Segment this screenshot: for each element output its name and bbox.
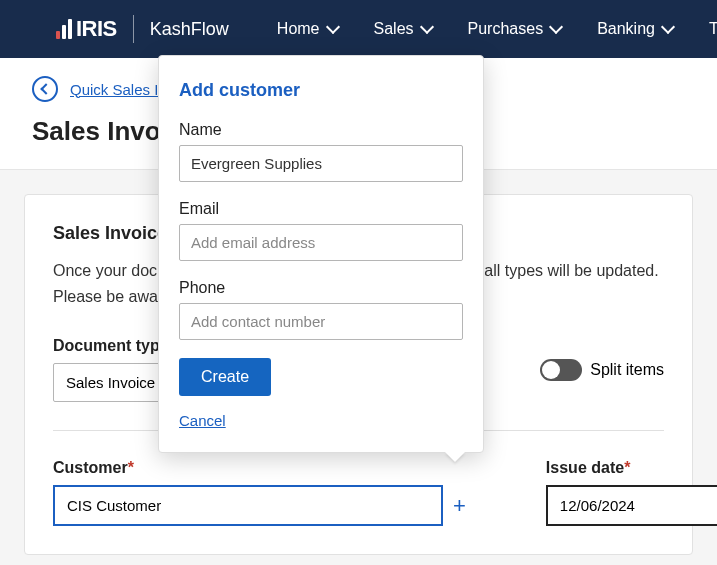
customer-value: CIS Customer xyxy=(67,497,161,514)
nav-label-purchases: Purchases xyxy=(468,20,544,38)
nav-item-sales[interactable]: Sales xyxy=(374,20,432,38)
popover-phone-label: Phone xyxy=(179,279,463,297)
popover-phone-field: Phone xyxy=(179,279,463,340)
split-items-label: Split items xyxy=(590,361,664,379)
create-button[interactable]: Create xyxy=(179,358,271,396)
popover-email-label: Email xyxy=(179,200,463,218)
phone-input[interactable] xyxy=(179,303,463,340)
popover-title: Add customer xyxy=(179,80,463,101)
cancel-link[interactable]: Cancel xyxy=(179,412,226,429)
add-customer-popover: Add customer Name Email Phone Create Can… xyxy=(158,55,484,453)
customer-select-wrap: CIS Customer + xyxy=(53,485,466,526)
nav-label-home: Home xyxy=(277,20,320,38)
brand-product-text: KashFlow xyxy=(150,19,229,40)
customer-label: Customer* xyxy=(53,459,466,477)
nav-items: Home Sales Purchases Banking Taxes xyxy=(277,20,717,38)
name-input[interactable] xyxy=(179,145,463,182)
required-indicator: * xyxy=(128,459,134,476)
popover-name-field: Name xyxy=(179,121,463,182)
brand-divider xyxy=(133,15,134,43)
brand-bars-icon xyxy=(56,19,72,39)
nav-item-taxes[interactable]: Taxes xyxy=(709,20,717,38)
issue-date-input[interactable] xyxy=(546,485,717,526)
split-items-toggle[interactable] xyxy=(540,359,582,381)
customer-issue-row: Customer* CIS Customer + Issue date* xyxy=(53,459,664,526)
brand: IRIS KashFlow xyxy=(56,15,229,43)
nav-label-sales: Sales xyxy=(374,20,414,38)
required-indicator: * xyxy=(624,459,630,476)
popover-name-label: Name xyxy=(179,121,463,139)
chevron-down-icon xyxy=(661,20,675,34)
split-items-field: Split items xyxy=(540,359,664,381)
toggle-knob xyxy=(542,361,560,379)
brand-iris-text: IRIS xyxy=(76,16,117,42)
nav-item-home[interactable]: Home xyxy=(277,20,338,38)
add-customer-button[interactable]: + xyxy=(453,493,466,519)
arrow-left-icon xyxy=(40,83,51,94)
nav-item-purchases[interactable]: Purchases xyxy=(468,20,562,38)
nav-label-taxes: Taxes xyxy=(709,20,717,38)
brand-iris-logo: IRIS xyxy=(56,16,117,42)
email-input[interactable] xyxy=(179,224,463,261)
chevron-down-icon xyxy=(549,20,563,34)
nav-label-banking: Banking xyxy=(597,20,655,38)
popover-email-field: Email xyxy=(179,200,463,261)
chevron-down-icon xyxy=(419,20,433,34)
customer-field: Customer* CIS Customer + xyxy=(53,459,466,526)
top-navigation: IRIS KashFlow Home Sales Purchases Banki… xyxy=(0,0,717,58)
customer-select[interactable]: CIS Customer xyxy=(53,485,443,526)
chevron-down-icon xyxy=(325,20,339,34)
issue-date-field: Issue date* xyxy=(546,459,717,526)
document-type-value: Sales Invoice xyxy=(66,374,155,391)
back-button[interactable] xyxy=(32,76,58,102)
nav-item-banking[interactable]: Banking xyxy=(597,20,673,38)
issue-date-label: Issue date* xyxy=(546,459,717,477)
